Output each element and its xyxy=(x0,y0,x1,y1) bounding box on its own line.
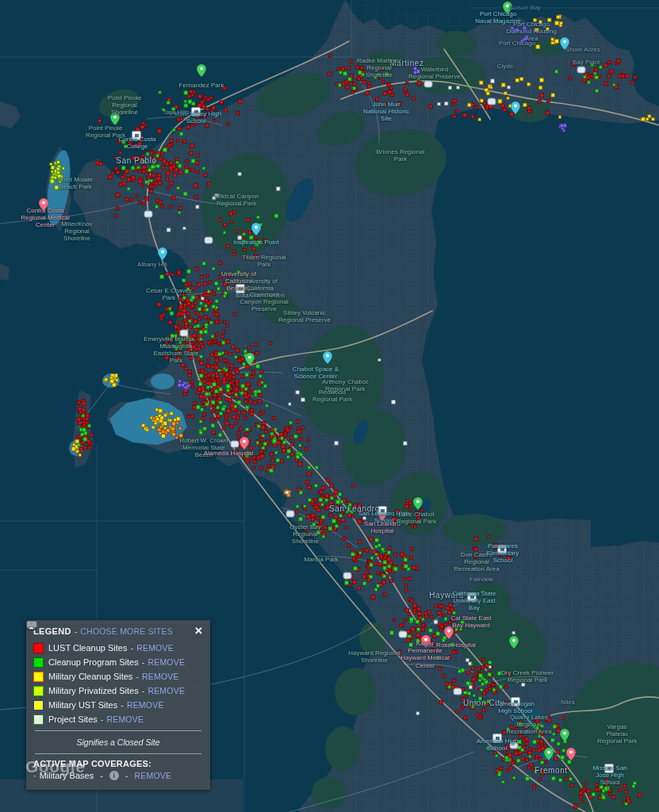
site-dot-green[interactable] xyxy=(196,405,200,409)
site-dot-red[interactable] xyxy=(410,548,413,551)
site-dot-red[interactable] xyxy=(277,441,280,444)
site-dot-red[interactable] xyxy=(478,716,481,719)
site-dot-green[interactable] xyxy=(197,324,200,327)
site-dot-red[interactable] xyxy=(228,398,232,402)
site-dot-green[interactable] xyxy=(321,504,324,506)
site-dot-green[interactable] xyxy=(540,724,543,727)
site-dot-green[interactable] xyxy=(143,160,146,163)
site-dot-red[interactable] xyxy=(412,565,416,569)
site-dot-red[interactable] xyxy=(464,716,467,719)
site-dot-red[interactable] xyxy=(616,782,619,785)
site-dot-red[interactable] xyxy=(399,624,402,627)
site-dot-red[interactable] xyxy=(539,757,542,760)
site-dot-red[interactable] xyxy=(245,256,247,259)
site-dot-red[interactable] xyxy=(232,376,236,379)
site-dot-green[interactable] xyxy=(177,186,180,190)
site-dot-green[interactable] xyxy=(557,742,560,745)
site-dot-red[interactable] xyxy=(296,420,299,423)
site-dot-green[interactable] xyxy=(299,444,301,446)
site-dot-white[interactable] xyxy=(489,665,491,668)
site-dot-red[interactable] xyxy=(247,440,251,443)
site-dot-green[interactable] xyxy=(339,71,342,75)
site-dot-red[interactable] xyxy=(193,339,196,342)
site-dot-red[interactable] xyxy=(524,749,527,753)
site-dot-green[interactable] xyxy=(339,492,342,496)
site-dot-green[interactable] xyxy=(348,78,351,81)
site-dot-yellow[interactable] xyxy=(540,79,544,82)
site-dot-red[interactable] xyxy=(207,341,210,344)
site-dot-red[interactable] xyxy=(198,94,202,98)
site-dot-red[interactable] xyxy=(243,248,247,251)
site-dot-red[interactable] xyxy=(538,745,541,749)
site-dot-red[interactable] xyxy=(481,658,485,661)
site-dot-yellow[interactable] xyxy=(73,443,75,446)
site-dot-red[interactable] xyxy=(162,313,165,316)
site-dot-green[interactable] xyxy=(199,420,202,423)
site-dot-green[interactable] xyxy=(170,312,174,316)
site-dot-yellow[interactable] xyxy=(560,21,563,25)
site-dot-red[interactable] xyxy=(404,584,407,586)
site-dot-red[interactable] xyxy=(594,67,597,71)
site-dot-green[interactable] xyxy=(256,243,259,246)
site-dot-white[interactable] xyxy=(378,358,381,361)
site-dot-yellowgreen[interactable] xyxy=(57,161,60,164)
site-dot-red[interactable] xyxy=(383,103,386,106)
site-dot-red[interactable] xyxy=(417,607,420,611)
site-dot-red[interactable] xyxy=(183,393,186,396)
site-dot-green[interactable] xyxy=(262,435,265,438)
site-dot-red[interactable] xyxy=(125,197,128,201)
site-dot-red[interactable] xyxy=(255,343,258,347)
site-dot-green[interactable] xyxy=(383,561,387,565)
site-dot-green[interactable] xyxy=(383,566,386,569)
site-dot-red[interactable] xyxy=(115,215,117,217)
site-dot-red[interactable] xyxy=(366,91,370,95)
site-dot-green[interactable] xyxy=(176,161,178,163)
site-dot-red[interactable] xyxy=(197,312,200,316)
site-dot-red[interactable] xyxy=(243,412,246,415)
site-dot-red[interactable] xyxy=(500,767,503,770)
site-dot-red[interactable] xyxy=(320,490,323,493)
site-dot-red[interactable] xyxy=(365,549,369,553)
site-dot-red[interactable] xyxy=(538,730,541,733)
site-dot-red[interactable] xyxy=(488,684,490,687)
site-dot-green[interactable] xyxy=(498,773,501,776)
site-dot-red[interactable] xyxy=(202,113,205,117)
site-dot-red[interactable] xyxy=(132,179,135,182)
site-dot-red[interactable] xyxy=(128,178,131,181)
site-dot-red[interactable] xyxy=(148,176,150,178)
site-dot-white[interactable] xyxy=(416,712,420,715)
site-dot-red[interactable] xyxy=(183,140,186,144)
site-dot-red[interactable] xyxy=(239,100,243,104)
site-dot-red[interactable] xyxy=(111,172,113,174)
site-dot-red[interactable] xyxy=(296,511,299,514)
site-dot-red[interactable] xyxy=(387,557,391,561)
site-dot-red[interactable] xyxy=(328,72,331,75)
site-dot-red[interactable] xyxy=(439,700,443,704)
site-dot-green[interactable] xyxy=(237,270,239,273)
site-dot-red[interactable] xyxy=(138,179,142,183)
site-dot-red[interactable] xyxy=(226,413,228,416)
site-dot-red[interactable] xyxy=(246,365,250,369)
site-dot-red[interactable] xyxy=(159,157,163,160)
site-dot-green[interactable] xyxy=(199,382,203,386)
site-dot-green[interactable] xyxy=(505,756,508,760)
site-dot-red[interactable] xyxy=(242,443,244,446)
site-dot-red[interactable] xyxy=(186,346,188,348)
site-dot-green[interactable] xyxy=(270,432,274,435)
site-dot-red[interactable] xyxy=(501,104,505,108)
site-dot-red[interactable] xyxy=(440,604,443,607)
site-dot-red[interactable] xyxy=(281,460,284,463)
site-dot-green[interactable] xyxy=(201,408,204,411)
site-dot-red[interactable] xyxy=(362,509,365,512)
site-dot-yellowgreen[interactable] xyxy=(59,181,61,183)
site-dot-green[interactable] xyxy=(551,776,555,780)
site-dot-red[interactable] xyxy=(608,793,611,795)
site-dot-white[interactable] xyxy=(296,391,300,395)
site-dot-red[interactable] xyxy=(200,362,204,366)
site-dot-green[interactable] xyxy=(299,491,302,494)
site-dot-green[interactable] xyxy=(377,544,381,547)
site-dot-green[interactable] xyxy=(254,393,257,396)
site-dot-red[interactable] xyxy=(307,534,310,537)
site-dot-red[interactable] xyxy=(475,106,478,109)
site-dot-red[interactable] xyxy=(193,91,195,94)
